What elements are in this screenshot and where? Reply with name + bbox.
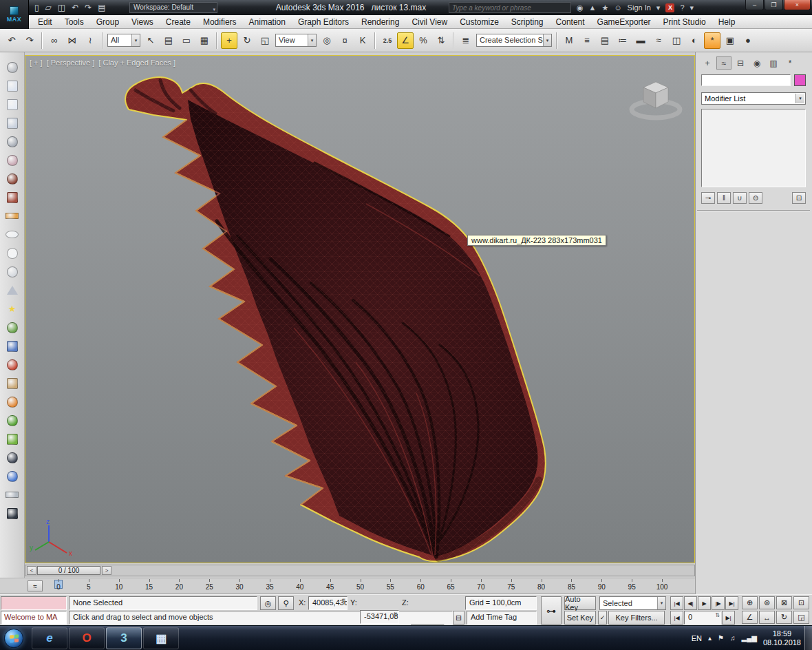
panel-icon[interactable] (3, 95, 22, 114)
new-file-icon[interactable]: ▯ (34, 3, 39, 12)
mirror-icon[interactable]: M (561, 32, 577, 49)
menu-gameexporter[interactable]: GameExporter (591, 15, 657, 29)
play-button[interactable]: ▶ (698, 596, 711, 610)
bind-to-space-warp-icon[interactable]: ≀ (82, 32, 98, 49)
ellipse-icon[interactable] (3, 225, 22, 244)
volume-icon[interactable]: ♫ (730, 635, 736, 642)
maximize-viewport-icon[interactable]: ◲ (793, 611, 809, 624)
menu-help[interactable]: Help (712, 15, 742, 29)
modifier-stack-list[interactable] (701, 109, 806, 187)
opera-icon[interactable]: O (69, 627, 105, 649)
ribbon-toggle-icon[interactable]: ▬ (632, 32, 649, 49)
viewport-view-menu[interactable]: [ Perspective ] (47, 59, 95, 67)
ornament-sphere-icon[interactable] (3, 169, 22, 188)
reference-coordinate-dropdown[interactable]: View▾ (275, 34, 317, 47)
next-frame-arrow[interactable]: > (102, 566, 111, 575)
leaf-3d-model[interactable] (25, 56, 694, 563)
3dsmax-taskbar-icon[interactable]: 3 (106, 627, 142, 649)
curve-editor-icon[interactable]: ≈ (650, 32, 667, 49)
remove-modifier-button[interactable]: ⊖ (749, 192, 762, 204)
favorites-star-icon[interactable]: ★ (602, 4, 609, 12)
layer-explorer-icon[interactable]: ≔ (615, 32, 631, 49)
close-button[interactable]: × (784, 0, 811, 10)
zoom-region-icon[interactable]: ⊡ (793, 596, 809, 609)
stack-icon[interactable] (3, 337, 22, 355)
maxscript-listener-field[interactable]: Welcome to MA (1, 611, 67, 625)
menu-group[interactable]: Group (90, 15, 125, 29)
3dsmax-logo[interactable]: MAX (0, 0, 29, 29)
viewport-plus-menu[interactable]: [ + ] (30, 59, 43, 67)
menu-views[interactable]: Views (125, 15, 160, 29)
spinner-arrows-icon[interactable]: ⇅ (393, 612, 398, 618)
exchange-apps-icon[interactable]: X (665, 3, 674, 12)
y-coordinate-field[interactable]: -53471,08 ⇅ (360, 610, 399, 624)
sun-icon[interactable]: ★ (3, 300, 22, 318)
reference-coordinate-dropdown-arrow[interactable]: ▾ (308, 34, 316, 46)
time-tag-icon[interactable]: ⊟ (453, 611, 464, 625)
track-bar[interactable]: ≈ 05101520253035404550556065707580859095… (0, 578, 695, 594)
action-center-icon[interactable]: ⚑ (718, 635, 724, 642)
viewport-shading-menu[interactable]: [ Clay + Edged Faces ] (98, 59, 175, 67)
project-folder-icon[interactable]: ▤ (98, 3, 105, 12)
menu-print-studio[interactable]: Print Studio (657, 15, 712, 29)
cylinder-icon[interactable] (3, 485, 22, 504)
selection-filter-dropdown-arrow[interactable]: ▾ (131, 34, 140, 46)
menu-scripting[interactable]: Scripting (505, 15, 550, 29)
select-and-scale-icon[interactable]: ◱ (257, 32, 273, 49)
calculator-icon[interactable]: ▦ (143, 627, 179, 649)
disc-icon[interactable] (3, 262, 22, 281)
zoom-icon[interactable]: ⊕ (742, 596, 758, 609)
plant-icon[interactable] (3, 430, 22, 448)
show-end-result-button[interactable]: ‖ (717, 192, 731, 204)
show-desktop-button[interactable] (804, 626, 812, 650)
configure-modifier-sets-button[interactable]: ⊡ (792, 192, 806, 204)
signin-dropdown-icon[interactable]: ▾ (656, 4, 661, 12)
search-input[interactable] (449, 2, 571, 13)
x-coordinate-field[interactable]: 40085,43c ⇅ (308, 596, 348, 610)
schematic-view-icon[interactable]: ◫ (668, 32, 685, 49)
modifier-list-dropdown[interactable]: Modifier List ▾ (701, 92, 806, 105)
sign-in-link[interactable]: Sign In (628, 3, 651, 12)
macro-recorder-field[interactable] (1, 596, 67, 610)
open-file-icon[interactable]: ▱ (45, 3, 52, 12)
object-name-field[interactable] (701, 74, 791, 86)
go-to-end-button[interactable]: ▶| (725, 596, 738, 610)
network-icon[interactable]: ▂▄▆ (741, 635, 756, 642)
use-pivot-point-icon[interactable]: ◎ (319, 32, 335, 49)
select-and-rotate-icon[interactable]: ↻ (239, 32, 255, 49)
utilities-tab[interactable]: * (782, 56, 798, 70)
previous-frame-button[interactable]: ◀| (684, 596, 697, 610)
viewport-label[interactable]: [ + ] [ Perspective ] [ Clay + Edged Fac… (30, 59, 175, 67)
spinner-arrows-icon[interactable]: ⇅ (341, 598, 346, 604)
hierarchy-tab[interactable]: ⊟ (733, 56, 748, 70)
viewcube[interactable] (627, 68, 685, 122)
angle-snap-icon[interactable]: ∠ (397, 32, 414, 49)
spinner-arrows-icon[interactable]: ⇅ (715, 613, 720, 618)
box-tan-icon[interactable] (3, 374, 22, 392)
menu-edit[interactable]: Edit (32, 15, 58, 29)
scene-explorer-icon[interactable]: ▤ (597, 32, 613, 49)
select-object-icon[interactable]: ↖ (142, 32, 159, 49)
sphere-green-icon[interactable] (3, 318, 22, 337)
redo-icon[interactable]: ↷ (85, 3, 92, 12)
add-time-tag-field[interactable]: Add Time Tag (467, 611, 537, 625)
language-indicator[interactable]: EN (692, 634, 702, 642)
sphere-dark-icon[interactable] (3, 448, 22, 467)
minimize-button[interactable]: – (745, 0, 764, 10)
named-selection-dropdown-arrow[interactable]: ▾ (543, 34, 551, 46)
rendered-frame-icon[interactable]: ▣ (722, 32, 738, 49)
window-crossing-icon[interactable]: ▦ (196, 32, 213, 49)
key-mode-dropdown[interactable]: Selected ▾ (599, 596, 666, 610)
create-tab[interactable]: + (700, 56, 715, 70)
auto-key-button[interactable]: Auto Key (564, 596, 596, 610)
go-to-start-button[interactable]: |◀ (670, 596, 683, 610)
make-unique-button[interactable]: ∪ (733, 192, 747, 204)
box-dark-icon[interactable] (3, 504, 22, 523)
grid-icon[interactable] (3, 114, 22, 132)
hidden-icons-icon[interactable]: ▴ (708, 635, 712, 642)
next-key-button[interactable]: ▶| (722, 611, 735, 625)
next-frame-button[interactable]: |▶ (712, 596, 725, 610)
previous-frame-arrow[interactable]: < (27, 566, 36, 575)
maximize-button[interactable]: ❐ (765, 0, 783, 10)
zoom-all-icon[interactable]: ⊛ (759, 596, 775, 609)
